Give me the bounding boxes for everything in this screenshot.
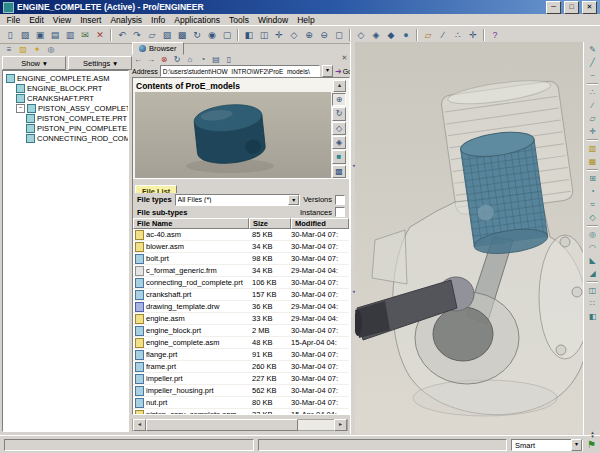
chamfer-tool-icon[interactable]: ◣ bbox=[586, 254, 599, 267]
datum-points-icon[interactable]: ∴ bbox=[451, 28, 465, 42]
file-row[interactable]: piston_assy_complete.asm32 KB15-Apr-04 0… bbox=[133, 409, 349, 414]
paste-icon[interactable]: ▧ bbox=[160, 28, 174, 42]
preview-wireframe-icon[interactable]: ◇ bbox=[332, 122, 346, 135]
file-row[interactable]: crankshaft.prt157 KB30-Mar-04 07: bbox=[133, 289, 349, 301]
copy-icon[interactable]: ▱ bbox=[145, 28, 159, 42]
address-dropdown-icon[interactable]: ▾ bbox=[322, 65, 333, 77]
datum-csys-icon[interactable]: ✛ bbox=[466, 28, 480, 42]
file-row[interactable]: engine.asm33 KB29-Mar-04 04: bbox=[133, 313, 349, 325]
new-file-icon[interactable]: ▯ bbox=[3, 28, 17, 42]
menu-insert[interactable]: Insert bbox=[76, 15, 106, 25]
datum-point-tool-icon[interactable]: ∴ bbox=[586, 86, 599, 99]
coord-sys-tool-icon[interactable]: ✛ bbox=[586, 125, 599, 138]
file-row[interactable]: impeller.prt227 KB30-Mar-04 07: bbox=[133, 373, 349, 385]
message-flag-icon[interactable]: ⚑ bbox=[587, 440, 596, 450]
scroll-up-icon[interactable]: ▴ bbox=[333, 80, 346, 92]
close-icon[interactable]: ✕ bbox=[582, 1, 597, 14]
preview-options-icon[interactable]: ▩ bbox=[332, 165, 346, 178]
preview-shaded-icon[interactable]: ■ bbox=[332, 150, 346, 163]
refresh-icon[interactable]: ↻ bbox=[171, 53, 183, 65]
orient-mode-icon[interactable]: ◇ bbox=[287, 28, 301, 42]
show-button[interactable]: Show ▾ bbox=[2, 56, 66, 70]
wireframe-icon[interactable]: ◇ bbox=[354, 28, 368, 42]
hidden-line-icon[interactable]: ◈ bbox=[369, 28, 383, 42]
instances-checkbox[interactable] bbox=[335, 207, 345, 217]
preview-spin-icon[interactable]: ↻ bbox=[332, 107, 346, 120]
file-row[interactable]: drawing_template.drw36 KB29-Mar-04 04: bbox=[133, 301, 349, 313]
column-header-size[interactable]: Size bbox=[249, 218, 291, 229]
viewport-scroll-arrows[interactable]: ▴▾ bbox=[588, 430, 597, 438]
file-row[interactable]: ac-40.asm85 KB30-Mar-04 07: bbox=[133, 229, 349, 241]
mirror-tool-icon[interactable]: ◫ bbox=[586, 284, 599, 297]
forward-icon[interactable]: → bbox=[145, 53, 157, 65]
zoom-in-icon[interactable]: ⊕ bbox=[302, 28, 316, 42]
model-tree-toggle-icon[interactable]: ≡ bbox=[3, 43, 15, 55]
edit-colors-icon[interactable]: ◧ bbox=[242, 28, 256, 42]
settings-button[interactable]: Settings ▾ bbox=[68, 56, 132, 70]
shaded-icon[interactable]: ● bbox=[399, 28, 413, 42]
file-row[interactable]: frame.prt260 KB30-Mar-04 07: bbox=[133, 361, 349, 373]
scroll-right-icon[interactable]: ▸ bbox=[334, 419, 347, 431]
erase-display-icon[interactable]: ✕ bbox=[93, 28, 107, 42]
back-icon[interactable]: ← bbox=[132, 53, 144, 65]
pattern-tool-icon[interactable]: ∷ bbox=[586, 297, 599, 310]
hscroll-thumb[interactable] bbox=[146, 419, 298, 431]
tree-item[interactable]: CRANKSHAFT.PRT bbox=[3, 93, 128, 103]
browser-hscrollbar[interactable]: ◂ ▸ bbox=[132, 419, 348, 431]
column-header-modified[interactable]: Modified bbox=[291, 218, 349, 229]
sweep-tool-icon[interactable]: ≈ bbox=[586, 198, 599, 211]
file-row[interactable]: c_format_generic.frm34 KB29-Mar-04 04: bbox=[133, 265, 349, 277]
favorites-icon[interactable]: ✦ bbox=[31, 43, 43, 55]
print-icon[interactable]: ▤ bbox=[210, 53, 222, 65]
spline-tool-icon[interactable]: ~ bbox=[586, 69, 599, 82]
tree-item[interactable]: PISTON_PIN_COMPLETE.PRT bbox=[3, 123, 128, 133]
file-row[interactable]: flange.prt91 KB30-Mar-04 07: bbox=[133, 349, 349, 361]
datum-plane-tool-icon[interactable]: ▱ bbox=[586, 112, 599, 125]
line-tool-icon[interactable]: ╱ bbox=[586, 56, 599, 69]
versions-checkbox[interactable] bbox=[335, 195, 345, 205]
file-row[interactable]: engine_complete.asm48 KB15-Apr-04 04: bbox=[133, 337, 349, 349]
connections-icon[interactable]: ◎ bbox=[45, 43, 57, 55]
print-icon[interactable]: ▤ bbox=[48, 28, 62, 42]
menu-window[interactable]: Window bbox=[253, 15, 292, 25]
send-mail-icon[interactable]: ✉ bbox=[78, 28, 92, 42]
datum-axis-tool-icon[interactable]: ∕ bbox=[586, 99, 599, 112]
selection-filter-select[interactable]: Smart ▾ bbox=[511, 439, 583, 451]
select-box-icon[interactable]: ▢ bbox=[220, 28, 234, 42]
regenerate-icon[interactable]: ↻ bbox=[190, 28, 204, 42]
find-icon[interactable]: ◉ bbox=[205, 28, 219, 42]
open-file-icon[interactable]: ▨ bbox=[18, 28, 32, 42]
tree-item[interactable]: ENGINE_BLOCK.PRT bbox=[3, 83, 128, 93]
folder-browser-icon[interactable]: ▨ bbox=[17, 43, 29, 55]
menu-analysis[interactable]: Analysis bbox=[106, 15, 147, 25]
tree-item[interactable]: −PISTON_ASSY_COMPLETE.ASM bbox=[3, 103, 128, 113]
collapse-icon[interactable]: − bbox=[16, 104, 25, 113]
file-row[interactable]: blower.asm34 KB30-Mar-04 07: bbox=[133, 241, 349, 253]
tree-item[interactable]: PISTON_COMPLETE.PRT bbox=[3, 113, 128, 123]
menu-edit[interactable]: Edit bbox=[25, 15, 49, 25]
menu-info[interactable]: Info bbox=[147, 15, 170, 25]
draft-tool-icon[interactable]: ◢ bbox=[586, 267, 599, 280]
redo-icon[interactable]: ↷ bbox=[130, 28, 144, 42]
column-header-file-name[interactable]: File Name bbox=[133, 218, 249, 229]
menu-file[interactable]: File bbox=[2, 15, 25, 25]
revolve-tool-icon[interactable]: ◔ bbox=[586, 185, 599, 198]
round-tool-icon[interactable]: ◠ bbox=[586, 241, 599, 254]
shell-tool-icon[interactable]: ◧ bbox=[586, 310, 599, 323]
model-preview[interactable] bbox=[135, 92, 331, 178]
preview-zoom-icon[interactable]: ⊕ bbox=[332, 93, 346, 106]
no-hidden-icon[interactable]: ◆ bbox=[384, 28, 398, 42]
print-multiple-icon[interactable]: ▥ bbox=[63, 28, 77, 42]
file-row[interactable]: connecting_rod_complete.prt106 KB30-Mar-… bbox=[133, 277, 349, 289]
blend-tool-icon[interactable]: ◇ bbox=[586, 211, 599, 224]
address-input[interactable] bbox=[160, 65, 320, 77]
save-icon[interactable]: ▣ bbox=[33, 28, 47, 42]
undo-icon[interactable]: ↶ bbox=[115, 28, 129, 42]
paste-special-icon[interactable]: ▩ bbox=[175, 28, 189, 42]
stop-icon[interactable]: ⊗ bbox=[158, 53, 170, 65]
view-manager-icon[interactable]: ◫ bbox=[257, 28, 271, 42]
home-icon[interactable]: ⌂ bbox=[184, 53, 196, 65]
extrude-tool-icon[interactable]: ⊞ bbox=[586, 172, 599, 185]
preview-hidden-line-icon[interactable]: ◈ bbox=[332, 136, 346, 149]
scroll-left-icon[interactable]: ◂ bbox=[133, 419, 146, 431]
